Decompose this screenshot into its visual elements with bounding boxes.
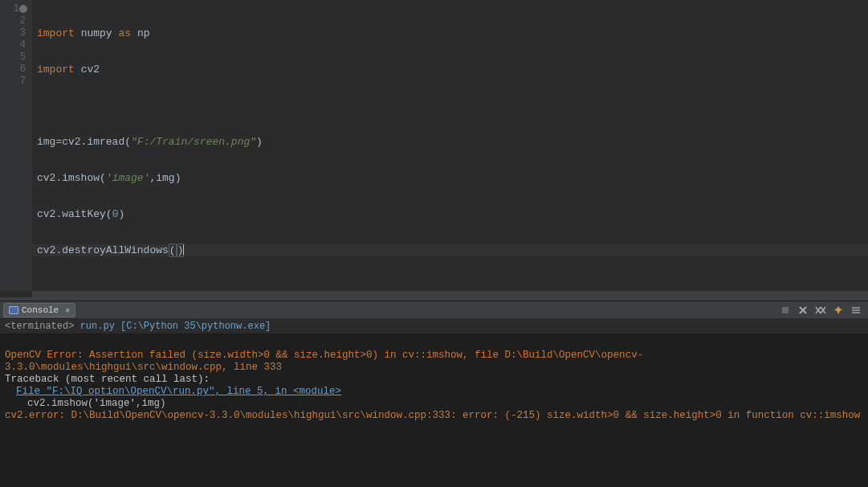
console-output[interactable]: OpenCV Error: Assertion failed (size.wid…	[0, 334, 868, 487]
code-content[interactable]: import numpy as np import cv2 img=cv2.im…	[32, 0, 868, 291]
remove-all-icon[interactable]	[815, 305, 826, 316]
svg-rect-3	[852, 312, 860, 313]
console-subheader: <terminated> run.py [C:\Python 35\python…	[0, 319, 868, 334]
code-line: img=cv2.imread("F:/Train/sreen.png")	[37, 136, 868, 148]
svg-rect-2	[852, 309, 860, 311]
console-header: Console ✕	[0, 301, 868, 319]
code-line: cv2.imshow('image',img)	[37, 172, 868, 184]
code-line: import cv2	[37, 63, 868, 76]
code-line: import numpy as np	[37, 27, 868, 39]
console-pane: Console ✕ <terminated> run.py [C:\Python…	[0, 301, 868, 487]
run-path: [C:\Python 35\pythonw.exe]	[120, 321, 271, 332]
run-file-link[interactable]: run.py	[80, 321, 115, 332]
code-line-active: cv2.destroyAllWindows()	[32, 244, 868, 256]
traceback-file-link[interactable]: File "F:\IQ option\OpenCV\run.py", line …	[5, 386, 341, 398]
line-number: 4	[0, 39, 26, 51]
error-line: OpenCV Error: Assertion failed (size.wid…	[5, 350, 643, 373]
line-number: 5	[0, 51, 26, 63]
remove-icon[interactable]	[797, 305, 809, 316]
close-icon[interactable]: ✕	[65, 305, 70, 315]
line-number: 3	[0, 27, 26, 39]
svg-rect-0	[782, 307, 789, 313]
code-line	[37, 100, 868, 112]
line-number: 7	[0, 76, 26, 88]
svg-rect-1	[852, 307, 860, 309]
editor-pane: 1 2 3 4 5 6 7 import numpy as np import …	[0, 0, 868, 297]
status-terminated: <terminated>	[5, 321, 74, 332]
console-toolbar	[780, 305, 865, 316]
line-number: 6	[0, 63, 26, 76]
options-icon[interactable]	[850, 305, 862, 316]
horizontal-scrollbar[interactable]	[32, 291, 868, 297]
error-line: cv2.error: D:\Build\OpenCV\opencv-3.3.0\…	[5, 410, 860, 421]
console-icon	[9, 306, 18, 314]
code-area[interactable]: 1 2 3 4 5 6 7 import numpy as np import …	[0, 0, 868, 291]
traceback-code: cv2.imshow('image',img)	[5, 398, 166, 410]
pin-icon[interactable]	[833, 305, 844, 316]
stop-icon[interactable]	[780, 305, 791, 316]
console-tab-label: Console	[22, 305, 59, 315]
console-tab[interactable]: Console ✕	[3, 303, 75, 317]
line-number: 2	[0, 15, 26, 27]
traceback-line: Traceback (most recent call last):	[5, 374, 210, 385]
line-number: 1	[0, 3, 26, 15]
code-line: cv2.waitKey(0)	[37, 208, 868, 220]
text-cursor	[183, 244, 184, 255]
breakpoint-icon[interactable]	[19, 5, 27, 13]
gutter: 1 2 3 4 5 6 7	[0, 0, 32, 291]
